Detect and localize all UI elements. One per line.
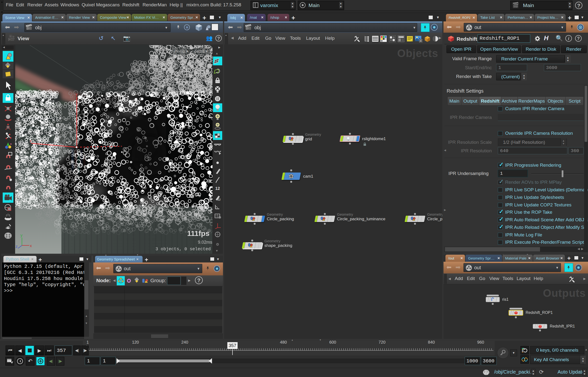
svg-text:y: y (21, 233, 23, 238)
svg-text:z: z (16, 244, 18, 249)
svg-text:12: 12 (218, 198, 221, 201)
svg-text:z: z (30, 139, 32, 143)
svg-text:y: y (76, 92, 78, 96)
svg-text:x: x (30, 243, 32, 248)
